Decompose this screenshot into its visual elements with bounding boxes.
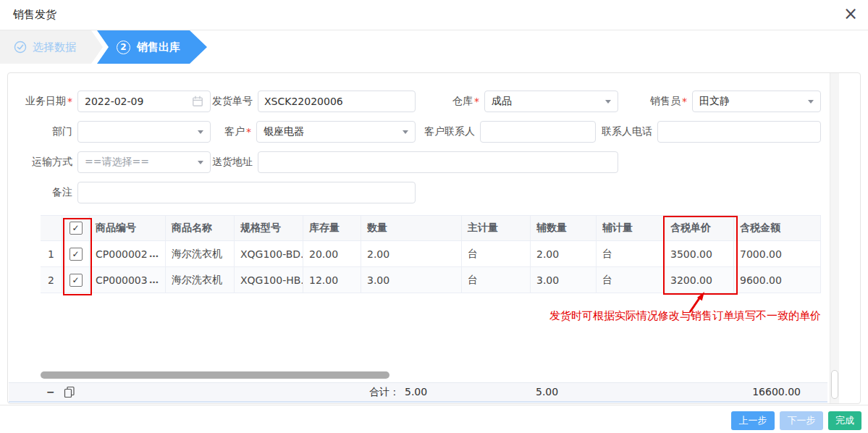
code-lookup-icon[interactable]: …: [149, 248, 159, 259]
warehouse-select[interactable]: 成品: [484, 91, 618, 112]
business-date-label: 业务日期: [25, 95, 66, 108]
cell-name: 海尔洗衣机: [166, 267, 235, 293]
cell-checkbox: ✓: [62, 267, 90, 293]
chevron-down-icon: [605, 100, 611, 104]
header-aux-qty: 辅数量: [531, 215, 597, 241]
field-warehouse: 仓库* 成品: [412, 91, 618, 112]
header-unit: 主计量: [462, 215, 531, 241]
customer-label: 客户: [224, 125, 245, 138]
step2-number-icon: 2: [117, 41, 130, 54]
delivery-address-label: 送货地址: [212, 156, 253, 169]
main-panel: 业务日期* 2022-02-09 发货单号 仓库* 成品 销售员* 田文静 部: [7, 72, 861, 404]
field-remark: 备注: [17, 182, 416, 203]
field-transport: 运输方式 ==请选择==: [17, 151, 211, 173]
copy-icon[interactable]: [64, 386, 75, 398]
cell-aux-qty: 2.00: [531, 241, 597, 267]
required-mark: *: [246, 126, 251, 138]
wizard-step-select-data[interactable]: 选择数据: [0, 30, 103, 64]
required-mark: *: [682, 96, 687, 107]
chevron-down-icon: [808, 100, 814, 104]
header-spec: 规格型号: [235, 215, 303, 241]
product-table: ✓ 商品编号 商品名称 规格型号 库存量 数量 主计量 辅数量 辅计量 含税单价…: [41, 215, 821, 293]
next-step-button[interactable]: 下一步: [780, 411, 823, 430]
code-value: CP000003: [96, 274, 148, 286]
select-all-checkbox[interactable]: ✓: [69, 222, 83, 235]
code-lookup-icon[interactable]: …: [149, 274, 159, 285]
header-checkbox-cell: ✓: [62, 215, 90, 241]
cell-spec: XQG100-HB...: [235, 267, 303, 293]
wizard-step2-label: 销售出库: [137, 41, 180, 54]
horizontal-scrollbar-thumb[interactable]: [41, 371, 389, 379]
cell-price[interactable]: 3500.00: [665, 241, 734, 267]
cell-name: 海尔洗衣机: [166, 241, 235, 267]
row-checkbox[interactable]: ✓: [69, 274, 83, 287]
check-circle-icon: [14, 41, 27, 54]
wizard-step-sales-outbound[interactable]: 2 销售出库: [97, 30, 207, 64]
vertical-scrollbar-thumb[interactable]: [831, 370, 838, 399]
table-row: 2 ✓ CP000003 … 海尔洗衣机 XQG100-HB... 12.00 …: [41, 267, 821, 293]
header-aux-unit: 辅计量: [597, 215, 665, 241]
business-date-value: 2022-02-09: [85, 96, 143, 107]
cell-price[interactable]: 3200.00: [665, 267, 734, 293]
cell-spec: XQG100-BD...: [235, 241, 303, 267]
annotation-text: 发货时可根据实际情况修改与销售订单填写不一致的单价: [549, 309, 821, 323]
delivery-address-input[interactable]: [258, 151, 618, 173]
cell-stock: 20.00: [303, 241, 361, 267]
chevron-down-icon: [403, 130, 408, 134]
cell-amount: 7000.00: [734, 241, 821, 267]
salesperson-value: 田文静: [699, 95, 730, 108]
field-business-date: 业务日期* 2022-02-09: [17, 91, 211, 112]
customer-select[interactable]: 银座电器: [256, 121, 416, 143]
cell-aux-qty: 3.00: [531, 267, 597, 293]
warehouse-value: 成品: [492, 95, 512, 108]
cell-code: CP000003 …: [90, 267, 166, 293]
field-contact-phone: 联系人电话: [597, 121, 821, 143]
summary-amount-total: 16600.00: [740, 383, 801, 401]
header-qty: 数量: [361, 215, 462, 241]
cell-unit: 台: [462, 241, 531, 267]
dialog-titlebar: 销售发货 ×: [0, 0, 868, 30]
field-salesperson: 销售员* 田文静: [620, 91, 821, 112]
customer-contact-input[interactable]: [480, 121, 596, 143]
cell-amount: 9600.00: [734, 267, 821, 293]
field-delivery-address: 送货地址: [182, 151, 618, 173]
customer-contact-label: 客户联系人: [424, 125, 475, 138]
wizard-step1-label: 选择数据: [33, 41, 76, 54]
dialog-footer: 上一步 下一步 完成: [0, 405, 868, 433]
table-row: 1 ✓ CP000002 … 海尔洗衣机 XQG100-BD... 20.00 …: [41, 241, 821, 267]
header-name: 商品名称: [166, 215, 235, 241]
finish-button[interactable]: 完成: [828, 411, 861, 430]
dialog-title: 销售发货: [13, 8, 56, 22]
transport-value: ==请选择==: [85, 156, 149, 169]
field-shipment-no: 发货单号: [182, 91, 416, 112]
cell-qty[interactable]: 3.00: [361, 267, 462, 293]
warehouse-label: 仓库: [452, 95, 473, 108]
salesperson-select[interactable]: 田文静: [692, 91, 821, 112]
customer-value: 银座电器: [264, 125, 304, 138]
required-mark: *: [67, 96, 72, 107]
remark-label: 备注: [52, 186, 72, 199]
contact-phone-label: 联系人电话: [602, 125, 652, 138]
row-checkbox[interactable]: ✓: [69, 248, 83, 261]
summary-label: 合计：: [342, 383, 400, 401]
table-summary-bar: − 合计： 5.00 5.00 16600.00: [9, 382, 827, 403]
contact-phone-input[interactable]: [657, 121, 821, 143]
cell-rownum: 2: [41, 267, 62, 293]
cell-qty[interactable]: 2.00: [361, 241, 462, 267]
header-stock: 库存量: [303, 215, 361, 241]
cell-aux-unit: 台: [597, 267, 665, 293]
header-price: 含税单价: [665, 215, 734, 241]
cell-stock: 12.00: [303, 267, 361, 293]
remark-input[interactable]: [77, 182, 416, 203]
code-value: CP000002: [96, 248, 148, 260]
cell-checkbox: ✓: [62, 241, 90, 267]
collapse-minus-icon[interactable]: −: [46, 383, 55, 401]
field-customer-contact: 客户联系人: [419, 121, 596, 143]
shipment-no-label: 发货单号: [212, 95, 253, 108]
cell-unit: 台: [462, 267, 531, 293]
summary-qty-total: 5.00: [405, 383, 427, 401]
field-customer: 客户* 银座电器: [181, 121, 416, 143]
shipment-no-input[interactable]: [258, 91, 416, 112]
close-icon[interactable]: ×: [843, 4, 858, 24]
previous-step-button[interactable]: 上一步: [731, 411, 775, 430]
